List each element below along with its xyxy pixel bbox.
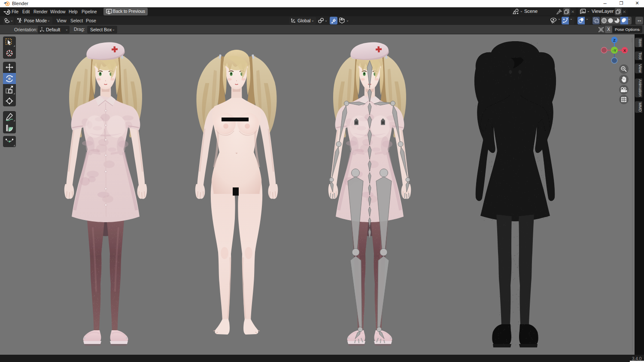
svg-text:-Y: -Y <box>613 48 617 53</box>
svg-text:Z: Z <box>613 38 616 42</box>
svg-text:X: X <box>623 48 626 53</box>
